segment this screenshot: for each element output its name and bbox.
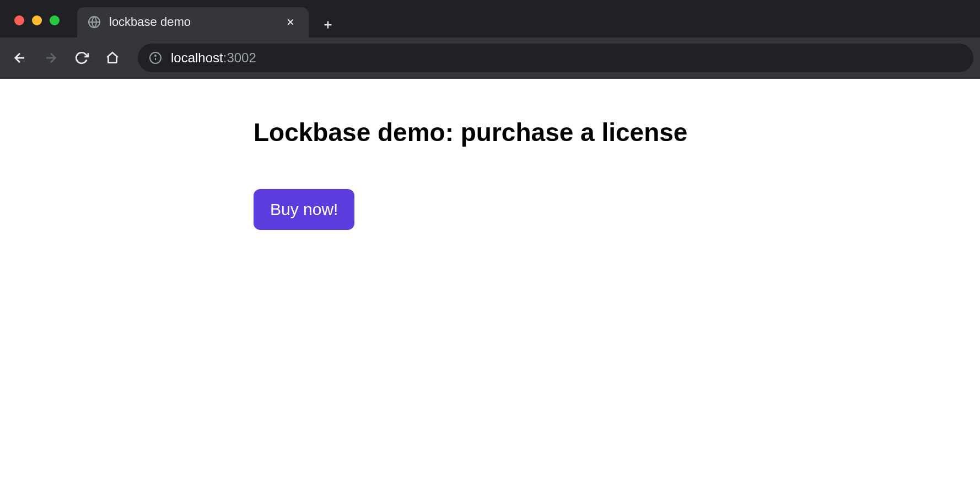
- back-button[interactable]: [7, 45, 33, 71]
- reload-button[interactable]: [68, 45, 95, 71]
- browser-toolbar: localhost:3002: [0, 37, 980, 78]
- url-host: localhost: [171, 50, 223, 65]
- address-bar[interactable]: localhost:3002: [138, 44, 973, 72]
- page-heading: Lockbase demo: purchase a license: [254, 117, 980, 147]
- browser-tab[interactable]: lockbase demo: [77, 7, 309, 37]
- page-content: Lockbase demo: purchase a license Buy no…: [0, 79, 980, 230]
- window-close-button[interactable]: [14, 15, 24, 25]
- tab-title: lockbase demo: [109, 15, 278, 29]
- new-tab-button[interactable]: [309, 19, 347, 37]
- home-button[interactable]: [99, 45, 126, 71]
- window-controls: [8, 15, 66, 37]
- globe-icon: [87, 15, 101, 29]
- window-minimize-button[interactable]: [32, 15, 42, 25]
- url-port: :3002: [223, 50, 256, 65]
- site-info-icon[interactable]: [149, 51, 162, 64]
- url-text: localhost:3002: [171, 50, 256, 66]
- browser-chrome: lockbase demo: [0, 0, 980, 79]
- svg-point-3: [155, 55, 156, 56]
- forward-button[interactable]: [37, 45, 64, 71]
- tab-close-button[interactable]: [286, 17, 299, 27]
- tab-bar: lockbase demo: [0, 0, 980, 37]
- buy-now-button[interactable]: Buy now!: [254, 189, 354, 230]
- window-maximize-button[interactable]: [50, 15, 60, 25]
